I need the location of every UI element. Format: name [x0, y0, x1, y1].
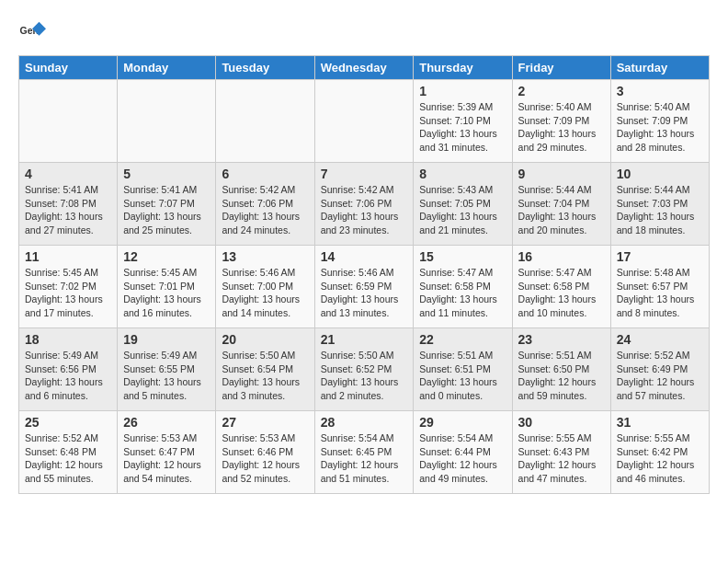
- day-number: 26: [123, 415, 210, 430]
- day-info: Sunrise: 5:49 AM Sunset: 6:55 PM Dayligh…: [123, 349, 210, 403]
- calendar-cell: 1Sunrise: 5:39 AM Sunset: 7:10 PM Daylig…: [414, 80, 512, 163]
- calendar-week-5: 25Sunrise: 5:52 AM Sunset: 6:48 PM Dayli…: [19, 411, 710, 494]
- day-info: Sunrise: 5:42 AM Sunset: 7:06 PM Dayligh…: [321, 183, 408, 237]
- day-info: Sunrise: 5:51 AM Sunset: 6:51 PM Dayligh…: [419, 349, 506, 403]
- day-info: Sunrise: 5:40 AM Sunset: 7:09 PM Dayligh…: [518, 100, 605, 155]
- day-number: 11: [25, 249, 111, 264]
- calendar-cell: 14Sunrise: 5:46 AM Sunset: 6:59 PM Dayli…: [314, 246, 414, 328]
- day-number: 29: [419, 415, 506, 430]
- day-number: 10: [617, 167, 703, 181]
- day-info: Sunrise: 5:53 AM Sunset: 6:47 PM Dayligh…: [123, 431, 210, 486]
- calendar-cell: 21Sunrise: 5:50 AM Sunset: 6:52 PM Dayli…: [314, 328, 414, 411]
- day-info: Sunrise: 5:46 AM Sunset: 6:59 PM Dayligh…: [321, 266, 408, 320]
- day-info: Sunrise: 5:47 AM Sunset: 6:58 PM Dayligh…: [518, 266, 605, 320]
- weekday-wednesday: Wednesday: [314, 56, 414, 80]
- calendar-cell: 23Sunrise: 5:51 AM Sunset: 6:50 PM Dayli…: [512, 328, 610, 411]
- calendar-cell: [216, 80, 314, 163]
- calendar-week-1: 1Sunrise: 5:39 AM Sunset: 7:10 PM Daylig…: [19, 80, 710, 163]
- day-number: 30: [518, 415, 605, 430]
- weekday-tuesday: Tuesday: [216, 56, 314, 80]
- day-info: Sunrise: 5:43 AM Sunset: 7:05 PM Dayligh…: [419, 183, 506, 237]
- day-info: Sunrise: 5:51 AM Sunset: 6:50 PM Dayligh…: [518, 349, 605, 403]
- day-number: 27: [222, 415, 308, 430]
- day-number: 2: [518, 84, 605, 98]
- weekday-friday: Friday: [512, 56, 610, 80]
- day-number: 16: [518, 249, 605, 264]
- day-info: Sunrise: 5:46 AM Sunset: 7:00 PM Dayligh…: [222, 266, 308, 320]
- day-number: 13: [222, 249, 308, 264]
- calendar-cell: 15Sunrise: 5:47 AM Sunset: 6:58 PM Dayli…: [414, 246, 512, 328]
- day-info: Sunrise: 5:39 AM Sunset: 7:10 PM Dayligh…: [419, 100, 506, 155]
- calendar-cell: [314, 80, 414, 163]
- day-number: 18: [25, 332, 111, 347]
- calendar-cell: 24Sunrise: 5:52 AM Sunset: 6:49 PM Dayli…: [610, 328, 709, 411]
- day-number: 9: [518, 167, 605, 181]
- weekday-thursday: Thursday: [414, 56, 512, 80]
- day-number: 22: [419, 332, 506, 347]
- day-number: 5: [123, 167, 210, 181]
- logo: Gen: [18, 18, 48, 46]
- day-number: 15: [419, 249, 506, 264]
- day-info: Sunrise: 5:54 AM Sunset: 6:44 PM Dayligh…: [419, 431, 506, 486]
- day-info: Sunrise: 5:50 AM Sunset: 6:54 PM Dayligh…: [222, 349, 308, 403]
- calendar-cell: 7Sunrise: 5:42 AM Sunset: 7:06 PM Daylig…: [314, 163, 414, 246]
- day-info: Sunrise: 5:45 AM Sunset: 7:01 PM Dayligh…: [123, 266, 210, 320]
- calendar-cell: 18Sunrise: 5:49 AM Sunset: 6:56 PM Dayli…: [19, 328, 118, 411]
- day-number: 28: [321, 415, 408, 430]
- day-number: 7: [321, 167, 408, 181]
- day-number: 3: [617, 84, 703, 98]
- day-info: Sunrise: 5:45 AM Sunset: 7:02 PM Dayligh…: [25, 266, 111, 320]
- weekday-sunday: Sunday: [19, 56, 118, 80]
- day-number: 23: [518, 332, 605, 347]
- calendar-cell: 22Sunrise: 5:51 AM Sunset: 6:51 PM Dayli…: [414, 328, 512, 411]
- day-info: Sunrise: 5:54 AM Sunset: 6:45 PM Dayligh…: [321, 431, 408, 486]
- calendar-cell: 3Sunrise: 5:40 AM Sunset: 7:09 PM Daylig…: [610, 80, 709, 163]
- calendar-cell: 25Sunrise: 5:52 AM Sunset: 6:48 PM Dayli…: [19, 411, 118, 494]
- day-info: Sunrise: 5:44 AM Sunset: 7:03 PM Dayligh…: [617, 183, 703, 237]
- weekday-monday: Monday: [118, 56, 216, 80]
- calendar-cell: 9Sunrise: 5:44 AM Sunset: 7:04 PM Daylig…: [512, 163, 610, 246]
- calendar-cell: [118, 80, 216, 163]
- calendar-body: 1Sunrise: 5:39 AM Sunset: 7:10 PM Daylig…: [19, 80, 710, 494]
- day-number: 4: [25, 167, 111, 181]
- calendar-cell: 19Sunrise: 5:49 AM Sunset: 6:55 PM Dayli…: [118, 328, 216, 411]
- calendar-cell: 26Sunrise: 5:53 AM Sunset: 6:47 PM Dayli…: [118, 411, 216, 494]
- calendar-cell: 28Sunrise: 5:54 AM Sunset: 6:45 PM Dayli…: [314, 411, 414, 494]
- calendar-cell: 11Sunrise: 5:45 AM Sunset: 7:02 PM Dayli…: [19, 246, 118, 328]
- day-info: Sunrise: 5:55 AM Sunset: 6:43 PM Dayligh…: [518, 431, 605, 486]
- day-number: 20: [222, 332, 308, 347]
- calendar-week-3: 11Sunrise: 5:45 AM Sunset: 7:02 PM Dayli…: [19, 246, 710, 328]
- weekday-header-row: SundayMondayTuesdayWednesdayThursdayFrid…: [19, 56, 710, 80]
- calendar-cell: 30Sunrise: 5:55 AM Sunset: 6:43 PM Dayli…: [512, 411, 610, 494]
- weekday-saturday: Saturday: [610, 56, 709, 80]
- day-number: 6: [222, 167, 308, 181]
- day-number: 24: [617, 332, 703, 347]
- day-number: 8: [419, 167, 506, 181]
- calendar-cell: 8Sunrise: 5:43 AM Sunset: 7:05 PM Daylig…: [414, 163, 512, 246]
- calendar-cell: 27Sunrise: 5:53 AM Sunset: 6:46 PM Dayli…: [216, 411, 314, 494]
- calendar-cell: 17Sunrise: 5:48 AM Sunset: 6:57 PM Dayli…: [610, 246, 709, 328]
- day-number: 12: [123, 249, 210, 264]
- day-info: Sunrise: 5:40 AM Sunset: 7:09 PM Dayligh…: [617, 100, 703, 155]
- day-number: 14: [321, 249, 408, 264]
- calendar-cell: [19, 80, 118, 163]
- day-info: Sunrise: 5:41 AM Sunset: 7:08 PM Dayligh…: [25, 183, 111, 237]
- day-number: 17: [617, 249, 703, 264]
- calendar-cell: 29Sunrise: 5:54 AM Sunset: 6:44 PM Dayli…: [414, 411, 512, 494]
- day-number: 21: [321, 332, 408, 347]
- day-info: Sunrise: 5:49 AM Sunset: 6:56 PM Dayligh…: [25, 349, 111, 403]
- calendar-cell: 31Sunrise: 5:55 AM Sunset: 6:42 PM Dayli…: [610, 411, 709, 494]
- calendar-cell: 4Sunrise: 5:41 AM Sunset: 7:08 PM Daylig…: [19, 163, 118, 246]
- page-header: Gen: [18, 18, 710, 46]
- calendar-week-2: 4Sunrise: 5:41 AM Sunset: 7:08 PM Daylig…: [19, 163, 710, 246]
- day-number: 1: [419, 84, 506, 98]
- day-info: Sunrise: 5:42 AM Sunset: 7:06 PM Dayligh…: [222, 183, 308, 237]
- calendar-cell: 13Sunrise: 5:46 AM Sunset: 7:00 PM Dayli…: [216, 246, 314, 328]
- calendar-cell: 20Sunrise: 5:50 AM Sunset: 6:54 PM Dayli…: [216, 328, 314, 411]
- day-number: 25: [25, 415, 111, 430]
- calendar-cell: 5Sunrise: 5:41 AM Sunset: 7:07 PM Daylig…: [118, 163, 216, 246]
- day-info: Sunrise: 5:52 AM Sunset: 6:49 PM Dayligh…: [617, 349, 703, 403]
- day-info: Sunrise: 5:47 AM Sunset: 6:58 PM Dayligh…: [419, 266, 506, 320]
- calendar-table: SundayMondayTuesdayWednesdayThursdayFrid…: [18, 55, 710, 494]
- calendar-week-4: 18Sunrise: 5:49 AM Sunset: 6:56 PM Dayli…: [19, 328, 710, 411]
